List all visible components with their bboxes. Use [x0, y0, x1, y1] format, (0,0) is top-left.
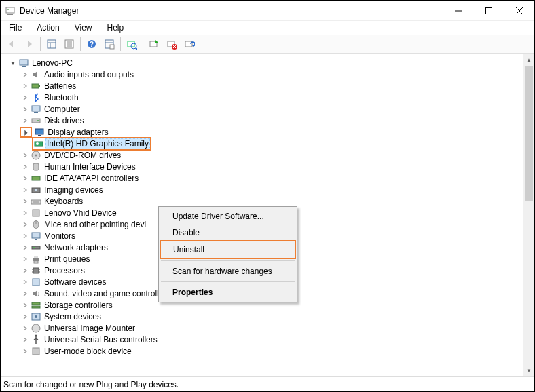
svg-rect-4 [485, 7, 492, 14]
cm-disable[interactable]: Disable [160, 224, 295, 241]
tree-category[interactable]: Display adapters [1, 126, 523, 138]
ide-icon [31, 173, 41, 184]
chevron-right-icon[interactable] [21, 324, 29, 332]
chevron-right-icon[interactable] [21, 197, 29, 205]
tree-category[interactable]: Batteries [1, 80, 523, 92]
chevron-right-icon[interactable] [21, 105, 29, 113]
cm-update-driver[interactable]: Update Driver Software... [160, 208, 295, 224]
toolbar-sep [40, 37, 41, 51]
cm-uninstall[interactable]: Uninstall [161, 241, 295, 258]
dvd-icon [31, 150, 41, 161]
chevron-right-icon[interactable] [21, 71, 29, 79]
scroll-up-arrow[interactable]: ▲ [523, 54, 534, 66]
svg-rect-33 [34, 112, 38, 113]
menu-file[interactable]: File [6, 22, 24, 34]
audio-icon [31, 69, 41, 80]
action-menu-button[interactable] [101, 37, 117, 52]
scroll-down-arrow[interactable]: ▼ [523, 365, 534, 376]
chevron-right-icon[interactable] [21, 209, 29, 217]
chevron-right-icon[interactable] [21, 174, 29, 182]
chevron-down-icon[interactable] [21, 128, 29, 136]
chevron-right-icon[interactable] [21, 94, 29, 102]
chevron-right-icon[interactable] [21, 186, 29, 194]
menu-action[interactable]: Action [34, 22, 62, 34]
svg-point-39 [36, 142, 39, 145]
properties-button[interactable] [61, 37, 77, 52]
tree-category[interactable]: Universal Serial Bus controllers [1, 334, 523, 345]
show-hide-tree-button[interactable] [43, 37, 60, 52]
svg-rect-63 [33, 279, 39, 286]
tree-item-label: System devices [44, 312, 101, 321]
svg-rect-32 [32, 106, 40, 111]
scan-hardware-button[interactable] [124, 37, 140, 52]
chevron-right-icon[interactable] [21, 290, 29, 298]
tree-category[interactable]: Computer [1, 103, 523, 115]
tree-item-label: User-mode block device [44, 347, 132, 356]
vertical-scrollbar[interactable]: ▲ ▼ [523, 54, 534, 376]
chevron-right-icon[interactable] [21, 301, 29, 309]
close-button[interactable] [504, 1, 534, 20]
uninstall-device-button[interactable] [164, 37, 180, 52]
tree-category[interactable]: Bluetooth [1, 92, 523, 103]
monitor-icon [31, 231, 41, 241]
chevron-right-icon[interactable] [21, 220, 29, 229]
tree-category[interactable]: DVD/CD-ROM drives [1, 149, 523, 161]
tree-root[interactable]: Lenovo-PC [1, 57, 523, 68]
tree-category[interactable]: Human Interface Devices [1, 161, 523, 172]
chevron-right-icon[interactable] [21, 151, 29, 159]
tree-item-label: Computer [44, 104, 80, 114]
processor-icon [31, 265, 41, 276]
display-icon [34, 127, 45, 138]
help-button[interactable]: ? [84, 37, 100, 52]
content-area: Lenovo-PC Audio inputs and outputsBatter… [1, 54, 534, 376]
scroll-thumb[interactable] [525, 66, 533, 201]
tree-category[interactable]: Audio inputs and outputs [1, 68, 523, 80]
chevron-right-icon[interactable] [21, 278, 29, 286]
maximize-button[interactable] [473, 1, 504, 20]
tree-item-label: Disk drives [44, 116, 84, 125]
chevron-right-icon[interactable] [21, 82, 29, 90]
cm-properties[interactable]: Properties [160, 284, 295, 300]
menu-help[interactable]: Help [105, 22, 127, 34]
window-controls [443, 1, 534, 20]
chevron-right-icon[interactable] [21, 232, 29, 240]
svg-point-41 [35, 154, 37, 156]
tree-item-label: Intel(R) HD Graphics Family [45, 138, 150, 149]
svg-rect-1 [7, 14, 13, 15]
lenovo-icon [31, 208, 41, 218]
chevron-right-icon[interactable] [21, 117, 29, 125]
cm-scan-hardware[interactable]: Scan for hardware changes [160, 263, 295, 279]
titlebar: Device Manager [1, 1, 534, 21]
tree-category[interactable]: User-mode block device [1, 345, 523, 357]
minimize-button[interactable] [443, 1, 473, 20]
tree-category[interactable]: Disk drives [1, 115, 523, 126]
update-driver-button[interactable] [146, 37, 162, 52]
svg-point-54 [33, 247, 35, 248]
chevron-right-icon[interactable] [21, 313, 29, 321]
keyboard-icon [31, 196, 41, 207]
disable-device-button[interactable] [181, 37, 198, 52]
svg-point-45 [35, 189, 37, 191]
chevron-right-icon[interactable] [21, 347, 29, 355]
chevron-right-icon[interactable] [21, 243, 29, 252]
tree-category[interactable]: System devices [1, 311, 523, 322]
chevron-right-icon[interactable] [21, 163, 29, 171]
chevron-right-icon[interactable] [21, 255, 29, 263]
menu-view[interactable]: View [72, 22, 95, 34]
tree-item-label: Processors [44, 266, 85, 275]
tree-category[interactable]: IDE ATA/ATAPI controllers [1, 172, 523, 184]
tree-category[interactable]: Imaging devices [1, 184, 523, 195]
tree-category[interactable]: Keyboards [1, 195, 523, 207]
chevron-right-icon[interactable] [21, 267, 29, 275]
chevron-right-icon[interactable] [21, 336, 29, 344]
svg-rect-70 [33, 348, 39, 355]
svg-rect-34 [32, 119, 40, 123]
sound-icon [31, 288, 41, 299]
svg-point-35 [37, 120, 39, 121]
tree-item-label: Storage controllers [44, 300, 113, 310]
tree-device-selected[interactable]: Intel(R) HD Graphics Family [1, 138, 523, 149]
tree-category[interactable]: Universal Image Mounter [1, 322, 523, 334]
chevron-down-icon[interactable] [9, 59, 17, 67]
tree-item-label: Human Interface Devices [44, 162, 136, 172]
svg-rect-0 [6, 7, 14, 13]
